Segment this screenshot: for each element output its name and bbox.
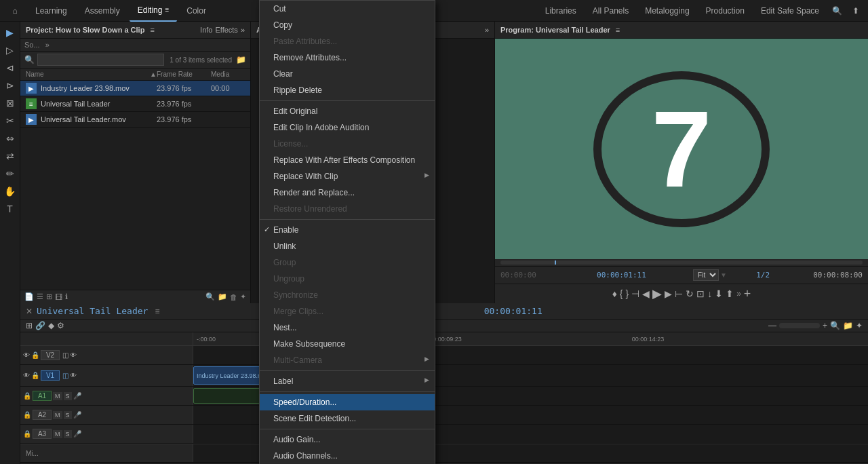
menu-cut[interactable]: Cut xyxy=(260,1,435,17)
menu-enable[interactable]: Enable xyxy=(260,222,435,238)
menu-paste-attributes[interactable]: Paste Attributes... xyxy=(260,33,435,50)
menu-make-subsequence[interactable]: Make Subsequence xyxy=(260,336,435,352)
menu-label[interactable]: Label xyxy=(260,373,435,389)
menu-restore-unrendered[interactable]: Restore Unrendered xyxy=(260,201,435,217)
context-menu: Cut Copy Paste Attributes... Remove Attr… xyxy=(259,0,435,464)
menu-render-replace[interactable]: Render and Replace... xyxy=(260,185,435,201)
menu-remove-attributes[interactable]: Remove Attributes... xyxy=(260,50,435,66)
menu-ungroup[interactable]: Ungroup xyxy=(260,271,435,287)
menu-scene-edit-detection[interactable]: Scene Edit Detection... xyxy=(260,410,435,427)
menu-replace-clip[interactable]: Replace With Clip xyxy=(260,168,435,185)
menu-edit-clip-audition[interactable]: Edit Clip In Adobe Audition xyxy=(260,119,435,136)
menu-audio-channels[interactable]: Audio Channels... xyxy=(260,448,435,464)
menu-speed-duration[interactable]: Speed/Duration... xyxy=(260,394,435,410)
menu-ripple-delete[interactable]: Ripple Delete xyxy=(260,82,435,98)
menu-edit-original[interactable]: Edit Original xyxy=(260,103,435,119)
menu-synchronize[interactable]: Synchronize xyxy=(260,287,435,303)
separator-2 xyxy=(260,219,435,220)
separator-1 xyxy=(260,100,435,101)
menu-license[interactable]: License... xyxy=(260,136,435,152)
menu-merge-clips[interactable]: Merge Clips... xyxy=(260,303,435,320)
menu-multi-camera[interactable]: Multi-Camera xyxy=(260,352,435,368)
separator-4 xyxy=(260,391,435,392)
menu-group[interactable]: Group xyxy=(260,254,435,271)
menu-nest[interactable]: Nest... xyxy=(260,320,435,336)
menu-unlink[interactable]: Unlink xyxy=(260,238,435,254)
separator-5 xyxy=(260,429,435,429)
separator-3 xyxy=(260,370,435,371)
menu-audio-gain[interactable]: Audio Gain... xyxy=(260,431,435,448)
context-menu-overlay: Cut Copy Paste Attributes... Remove Attr… xyxy=(0,0,868,464)
menu-copy[interactable]: Copy xyxy=(260,17,435,33)
menu-replace-ae[interactable]: Replace With After Effects Composition xyxy=(260,152,435,168)
menu-clear[interactable]: Clear xyxy=(260,66,435,82)
